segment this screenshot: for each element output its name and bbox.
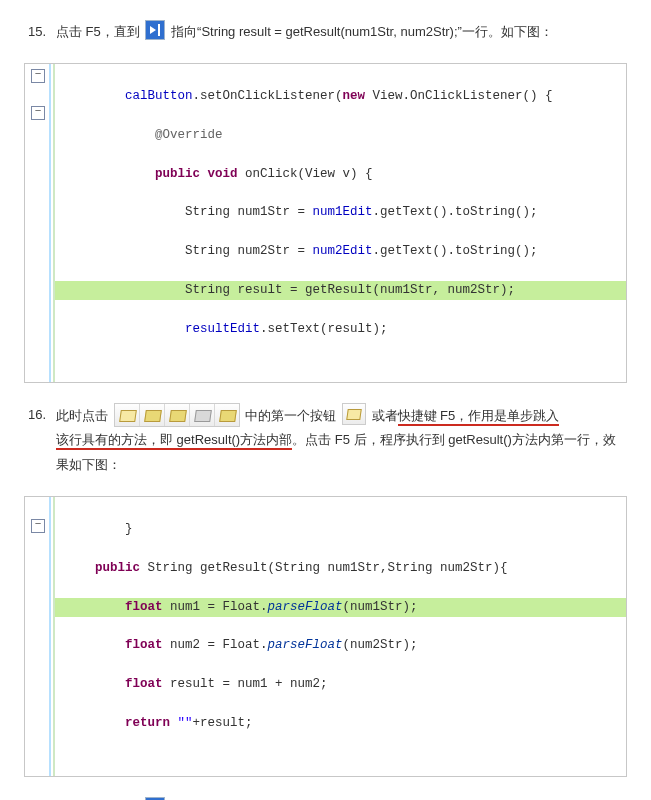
debug-toolbar-icon <box>114 403 240 427</box>
step-15-text-a: 点击 F5，直到 <box>56 24 140 39</box>
code-block-2: } public String getResult(String num1Str… <box>24 496 627 777</box>
toolbar-btn-icon <box>115 404 140 426</box>
step-16-text-b: 中的第一个按钮 <box>245 408 336 423</box>
arrow-icon <box>145 20 165 40</box>
toolbar-btn-icon <box>165 404 190 426</box>
toolbar-btn-icon <box>140 404 165 426</box>
code-line: } <box>55 520 626 539</box>
step-16-number: 16. <box>24 403 46 478</box>
step-15: 15. 点击 F5，直到 指向“String result = getResul… <box>24 20 627 45</box>
code-line: public void onClick(View v) { <box>55 165 626 184</box>
code-gutter <box>25 64 55 382</box>
step-15-text-b: 指向“String result = getResult(num1Str, nu… <box>171 24 553 39</box>
step-16-text-d: 该行具有的方法，即 getResult()方法内部 <box>56 432 292 450</box>
code-body: calButton.setOnClickListener(new View.On… <box>55 64 626 382</box>
step-16-text-c2: 快捷键 F5，作用是单步跳入 <box>398 408 560 426</box>
step-15-number: 15. <box>24 20 46 45</box>
code-line: @Override <box>55 126 626 145</box>
code-line: String num1Str = num1Edit.getText().toSt… <box>55 203 626 222</box>
toolbar-btn-icon <box>190 404 215 426</box>
code-block-1: calButton.setOnClickListener(new View.On… <box>24 63 627 383</box>
code-line: resultEdit.setText(result); <box>55 320 626 339</box>
code-line-highlight: String result = getResult(num1Str, num2S… <box>55 281 626 300</box>
code-gutter <box>25 497 55 776</box>
step-16-text-a: 此时点击 <box>56 408 108 423</box>
code-body: } public String getResult(String num1Str… <box>55 497 626 776</box>
code-line: float result = num1 + num2; <box>55 675 626 694</box>
fold-icon[interactable] <box>31 106 45 120</box>
code-line: public String getResult(String num1Str,S… <box>55 559 626 578</box>
step-into-icon <box>342 403 366 425</box>
code-line-highlight: float num1 = Float.parseFloat(num1Str); <box>55 598 626 617</box>
toolbar-btn-icon <box>215 404 239 426</box>
code-line: float num2 = Float.parseFloat(num2Str); <box>55 636 626 655</box>
step-16-text-c1: 或者 <box>372 408 398 423</box>
code-line: String num2Str = num2Edit.getText().toSt… <box>55 242 626 261</box>
fold-icon[interactable] <box>31 519 45 533</box>
fold-icon[interactable] <box>31 69 45 83</box>
code-line: return ""+result; <box>55 714 626 733</box>
step-16: 16. 此时点击 中的第一个按钮 或者快捷键 F5，作用是单步跳入 该行具有的方… <box>24 403 627 478</box>
step-15-body: 点击 F5，直到 指向“String result = getResult(nu… <box>56 20 627 45</box>
code-line: calButton.setOnClickListener(new View.On… <box>55 87 626 106</box>
step-16-body: 此时点击 中的第一个按钮 或者快捷键 F5，作用是单步跳入 该行具有的方法，即 … <box>56 403 627 478</box>
